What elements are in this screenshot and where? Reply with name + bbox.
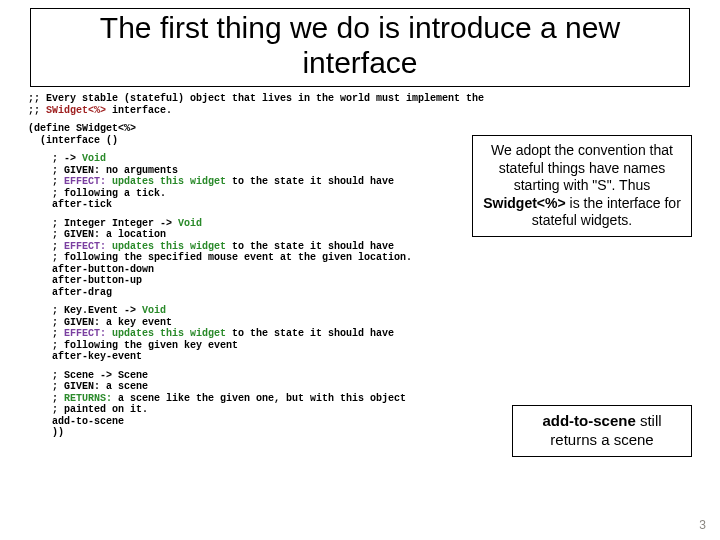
code-line: )) [28,427,64,438]
code-keyword: updates this widget [112,176,226,187]
code-keyword: Void [142,305,166,316]
callout-convention: We adopt the convention that stateful th… [472,135,692,237]
code-keyword: EFFECT: [64,241,106,252]
code-method: after-drag [28,287,112,298]
code-line: ; GIVEN: a key event [28,317,172,328]
code-method: after-key-event [28,351,142,362]
code-keyword: updates this widget [112,328,226,339]
code-line: ;; Every stable (stateful) object that l… [28,93,484,104]
code-seg: ; Integer Integer -> [28,218,178,229]
callout-keyword: Swidget<%> [483,195,565,211]
code-line: ; painted on it. [28,404,148,415]
code-seg: ; Key.Event -> [28,305,142,316]
code-keyword: SWidget<%> [46,105,106,116]
code-keyword: Void [178,218,202,229]
code-line: ; following a tick. [28,188,166,199]
code-keyword: RETURNS: [64,393,112,404]
code-keyword: EFFECT: [64,176,106,187]
slide-title: The first thing we do is introduce a new… [39,11,681,80]
code-seg: ; [28,393,64,404]
callout-text: We adopt the convention that stateful th… [491,142,673,193]
code-line: ; GIVEN: a scene [28,381,148,392]
slide-title-box: The first thing we do is introduce a new… [30,8,690,87]
callout-keyword: add-to-scene [542,412,635,429]
code-line: (define SWidget<%> [28,123,136,134]
code-line: ; GIVEN: no arguments [28,165,178,176]
code-method: after-tick [28,199,112,210]
code-keyword: updates this widget [112,241,226,252]
code-line: ; following the given key event [28,340,238,351]
code-line: ; following the specified mouse event at… [28,252,412,263]
code-line-prefix: ;; [28,105,46,116]
code-seg: to the state it should have [226,328,394,339]
code-method: after-button-down [28,264,154,275]
code-seg: a scene like the given one, but with thi… [112,393,406,404]
code-keyword: EFFECT: [64,328,106,339]
code-line: (interface () [28,135,118,146]
code-line: ; GIVEN: a location [28,229,166,240]
code-line: ; Scene -> Scene [28,370,148,381]
code-seg: ; [28,176,64,187]
code-method: add-to-scene [28,416,124,427]
code-block-key: ; Key.Event -> Void ; GIVEN: a key event… [28,305,692,363]
code-seg: ; [28,241,64,252]
code-line-suffix: interface. [106,105,172,116]
code-seg: to the state it should have [226,176,394,187]
code-method: after-button-up [28,275,142,286]
code-keyword: Void [82,153,106,164]
callout-addtoscene: add-to-scene still returns a scene [512,405,692,457]
code-seg: ; -> [28,153,82,164]
code-top-comment: ;; Every stable (stateful) object that l… [28,93,692,116]
page-number: 3 [699,518,706,532]
code-seg: to the state it should have [226,241,394,252]
code-seg: ; [28,328,64,339]
